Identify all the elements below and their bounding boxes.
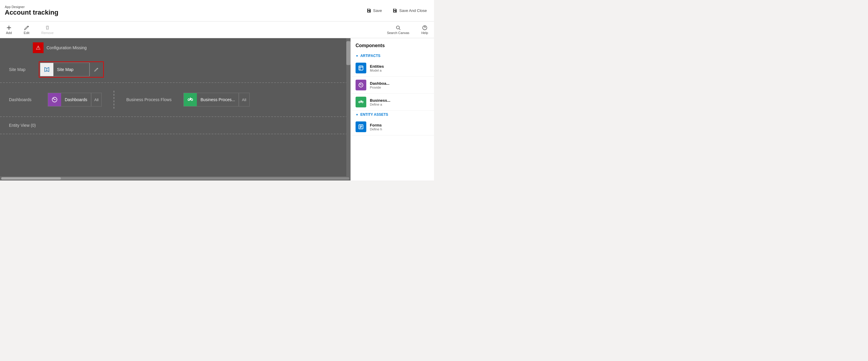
save-and-close-label: Save And Close xyxy=(399,8,427,13)
sitemap-section-label: Site Map xyxy=(9,67,33,72)
app-title: Account tracking xyxy=(5,9,59,17)
dashboards-all-button[interactable]: All xyxy=(91,93,101,106)
config-missing-banner: ⚠ Configuration Missing xyxy=(33,42,350,53)
entities-symbol-icon xyxy=(358,65,364,71)
edit-icon xyxy=(24,25,29,30)
entity-assets-label: ENTITY ASSETS xyxy=(360,113,388,117)
components-title: Components xyxy=(351,43,434,52)
dashboards-comp-desc: Provide xyxy=(370,86,390,89)
entity-view-section: Entity View (0) xyxy=(0,117,350,134)
dashboards-row: Dashboards Dashboards All xyxy=(0,86,350,113)
dashboards-section-label: Dashboards xyxy=(9,97,42,102)
dashboards-bpf-section: Dashboards Dashboards All xyxy=(0,83,350,117)
entities-component-item[interactable]: Entities Model a xyxy=(351,60,434,77)
entity-assets-chevron-icon: ▼ xyxy=(355,113,359,116)
business-process-comp-desc: Define a xyxy=(370,102,391,106)
save-label: Save xyxy=(373,8,382,13)
forms-comp-icon xyxy=(355,121,366,132)
header-right: Save Save And Close xyxy=(364,7,429,14)
business-process-component-text: Business... Define a xyxy=(370,98,391,106)
dashboards-card-text: Dashboards xyxy=(61,97,91,102)
business-process-comp-name: Business... xyxy=(370,98,391,102)
sitemap-row: Site Map Site Map xyxy=(0,56,350,82)
help-button[interactable]: Help xyxy=(419,24,430,36)
edit-button[interactable]: Edit xyxy=(22,24,32,36)
bpf-card[interactable]: Business Proces... All xyxy=(183,93,249,107)
sitemap-card-text: Site Map xyxy=(53,67,89,72)
dashboards-component-item[interactable]: Dashboa... Provide xyxy=(351,77,434,94)
vertical-divider xyxy=(114,91,114,109)
bpf-all-button[interactable]: All xyxy=(239,93,249,106)
canvas: ⚠ Configuration Missing Site Map xyxy=(0,38,350,181)
entity-view-label: Entity View (0) xyxy=(9,123,36,128)
dashboards-comp-name: Dashboa... xyxy=(370,81,390,86)
artifacts-section-header[interactable]: ▼ ARTIFACTS xyxy=(351,52,434,60)
edit-label: Edit xyxy=(24,31,30,35)
svg-rect-5 xyxy=(359,66,363,70)
entities-comp-desc: Model a xyxy=(370,69,384,72)
forms-component-text: Forms Define h xyxy=(370,123,382,131)
forms-component-item[interactable]: Forms Define h xyxy=(351,118,434,136)
vertical-scrollbar[interactable] xyxy=(346,38,350,176)
dashboards-card-icon xyxy=(48,93,61,106)
artifacts-chevron-icon: ▼ xyxy=(355,54,359,58)
svg-point-7 xyxy=(359,101,360,103)
remove-button[interactable]: Remove xyxy=(39,24,56,36)
forms-symbol-icon xyxy=(358,124,364,130)
bpf-card-text: Business Proces... xyxy=(197,97,239,102)
help-icon xyxy=(422,25,428,30)
entities-component-text: Entities Model a xyxy=(370,64,384,72)
bpf-card-icon xyxy=(184,93,197,106)
dashboards-symbol-icon xyxy=(358,82,364,88)
add-button[interactable]: Add xyxy=(4,24,14,36)
bpf-icon xyxy=(187,96,194,103)
help-label: Help xyxy=(421,31,428,35)
h-scroll-thumb[interactable] xyxy=(1,177,61,180)
business-process-component-item[interactable]: Business... Define a xyxy=(351,94,434,111)
business-process-symbol-icon xyxy=(358,99,364,105)
sitemap-icon xyxy=(43,66,50,73)
save-close-icon xyxy=(393,8,397,13)
search-canvas-label: Search Canvas xyxy=(387,31,409,35)
warning-icon-box: ⚠ xyxy=(33,42,43,53)
svg-point-3 xyxy=(188,99,190,100)
search-canvas-icon xyxy=(396,25,401,30)
toolbar: Add Edit Remove Search Canvas xyxy=(0,22,434,38)
forms-comp-desc: Define h xyxy=(370,127,382,131)
dashboards-component-text: Dashboa... Provide xyxy=(370,81,390,89)
dashboards-card[interactable]: Dashboards All xyxy=(48,93,102,107)
components-panel: Components ▼ ARTIFACTS Entities Model a xyxy=(350,38,434,181)
main-container: ⚠ Configuration Missing Site Map xyxy=(0,38,434,181)
h-scroll-track xyxy=(1,177,349,180)
save-and-close-button[interactable]: Save And Close xyxy=(390,7,429,14)
warning-icon: ⚠ xyxy=(36,44,40,51)
v-scroll-thumb[interactable] xyxy=(346,41,350,65)
toolbar-right: Search Canvas Help xyxy=(384,24,430,36)
sitemap-card[interactable]: Site Map xyxy=(40,63,90,77)
sitemap-card-container: Site Map xyxy=(39,61,104,78)
add-label: Add xyxy=(6,31,12,35)
sitemap-card-icon xyxy=(40,63,53,76)
entities-icon xyxy=(355,63,366,73)
entity-assets-section-header[interactable]: ▼ ENTITY ASSETS xyxy=(351,111,434,118)
remove-icon xyxy=(45,25,50,30)
search-canvas-button[interactable]: Search Canvas xyxy=(384,24,412,36)
bpf-section-label: Business Process Flows xyxy=(126,97,172,102)
canvas-spacer xyxy=(0,134,350,176)
sitemap-section: ⚠ Configuration Missing Site Map xyxy=(0,38,350,83)
header: App Designer Account tracking Save Save … xyxy=(0,0,434,22)
toolbar-left: Add Edit Remove xyxy=(4,24,56,36)
save-button[interactable]: Save xyxy=(364,7,384,14)
forms-comp-name: Forms xyxy=(370,123,382,127)
app-designer-label: App Designer xyxy=(5,5,59,9)
artifacts-label: ARTIFACTS xyxy=(360,54,380,58)
horizontal-scrollbar[interactable] xyxy=(0,176,350,181)
edit-pencil-icon xyxy=(94,67,99,72)
add-icon xyxy=(6,25,12,30)
svg-point-0 xyxy=(396,26,399,29)
business-process-comp-icon xyxy=(355,97,366,108)
dashboards-comp-icon xyxy=(355,80,366,90)
entities-comp-name: Entities xyxy=(370,64,384,69)
header-left: App Designer Account tracking xyxy=(5,5,59,17)
sitemap-edit-button[interactable] xyxy=(90,63,103,76)
